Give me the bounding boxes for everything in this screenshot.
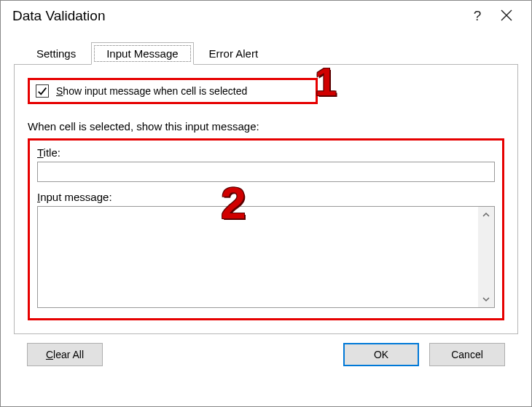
show-input-message-label: Show input message when cell is selected	[56, 85, 247, 97]
input-message-label: Input message:	[37, 191, 495, 203]
checkmark-icon	[37, 86, 47, 96]
tab-content: Show input message when cell is selected…	[14, 65, 518, 334]
titlebar: Data Validation ?	[1, 1, 531, 31]
show-input-message-row[interactable]: Show input message when cell is selected	[28, 78, 318, 104]
show-input-message-checkbox[interactable]	[36, 84, 49, 98]
title-input[interactable]	[37, 162, 495, 182]
close-button[interactable]	[492, 9, 521, 23]
tab-error-alert[interactable]: Error Alert	[194, 42, 274, 65]
tab-settings[interactable]: Settings	[21, 42, 91, 65]
scroll-down-button[interactable]	[478, 291, 494, 307]
chevron-down-icon	[482, 296, 490, 303]
annotation-1: 1	[315, 59, 337, 104]
help-button[interactable]: ?	[463, 8, 492, 24]
clear-all-button[interactable]: Clear All	[27, 343, 103, 366]
chevron-up-icon	[482, 211, 490, 218]
section-label: When cell is selected, show this input m…	[28, 120, 504, 133]
close-icon	[501, 9, 512, 21]
scroll-up-button[interactable]	[478, 207, 494, 223]
input-fields-group: Title: Input message: 2	[28, 138, 504, 320]
title-label: Title:	[37, 146, 495, 159]
ok-button[interactable]: OK	[343, 343, 419, 366]
scrollbar[interactable]	[478, 207, 494, 307]
tabstrip: Settings Input Message Error Alert	[14, 40, 518, 65]
dialog-title: Data Validation	[12, 8, 463, 24]
dialog-footer: Clear All OK Cancel	[14, 334, 518, 366]
cancel-button[interactable]: Cancel	[429, 343, 505, 366]
tab-input-message[interactable]: Input Message	[91, 42, 193, 65]
input-message-textarea[interactable]	[37, 206, 495, 308]
